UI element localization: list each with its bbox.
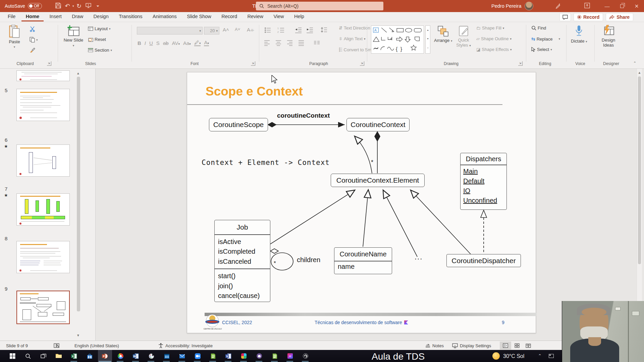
quick-styles-button[interactable]: Quick Styles ▾ [455,25,472,48]
slide-thumbnail-7[interactable] [16,193,70,226]
section-button[interactable]: Section▾ [88,48,112,53]
tab-file[interactable]: File [3,12,20,20]
weather-text[interactable]: 30°C Sol [503,353,524,359]
chrome-icon[interactable] [116,352,125,360]
task-view-icon[interactable] [39,352,48,360]
notepad-green-2-icon[interactable] [270,352,279,360]
shape-effects-button[interactable]: ◪Shape Effects▾ [476,47,512,52]
spell-check-icon[interactable] [54,341,59,350]
paint-3d-icon[interactable] [147,352,156,360]
replace-button[interactable]: ⇆Replace▾ [531,36,560,42]
weather-sun-icon[interactable] [492,352,500,360]
autosave-control[interactable]: AutoSave Off [5,0,42,12]
paragraph-row2-icons[interactable] [264,40,335,46]
decrease-font-button[interactable]: A˅ [235,27,240,32]
intellij-idea-icon[interactable]: IJ [286,352,294,360]
zoom-icon[interactable] [193,352,202,360]
thumbnails-scroll-down[interactable]: ▼ [76,334,80,337]
editor-scrollbar[interactable]: ▲ [637,69,642,341]
editor-scroll-up[interactable]: ▲ [637,69,642,74]
github-desktop-icon[interactable] [255,352,264,360]
slide-thumbnail-9-selected[interactable] [16,291,70,324]
accessibility-status[interactable]: Accessibility: Investigate [158,341,213,350]
thumbnails-scroll-up[interactable]: ▲ [76,71,80,75]
slide-thumbnail-5[interactable] [16,89,70,121]
visio-icon[interactable]: V [224,352,233,360]
find-button[interactable]: Find [531,25,546,31]
start-presentation-button[interactable] [84,3,93,9]
save-button[interactable] [54,3,62,10]
tab-view[interactable]: View [269,12,288,20]
tray-expand-chevron[interactable]: ⌃ [538,353,542,358]
word-icon[interactable]: W [131,352,140,360]
dictate-button[interactable]: Dictate ▾ [571,25,587,44]
autosave-toggle[interactable]: Off [28,3,42,9]
underline-button[interactable]: U [149,40,153,46]
font-name-select[interactable]: ▾ [137,27,203,35]
obs-studio-icon[interactable] [301,352,310,360]
tab-transitions[interactable]: Transitions [114,12,147,20]
customize-qat-button[interactable]: ⏷ [94,4,102,8]
bold-button[interactable]: B [138,40,141,46]
ribbon-display-options-icon[interactable] [584,3,590,9]
calendar-icon[interactable] [162,352,171,360]
change-case-button[interactable]: Aa▾ [183,40,191,46]
arrange-button[interactable]: Arrange ▾ [434,25,452,43]
cut-button[interactable] [30,26,35,32]
restore-button[interactable] [614,0,629,12]
slide-sorter-view-button[interactable] [511,342,523,350]
text-highlight-button[interactable]: 🖉▾ [194,40,201,46]
font-size-select[interactable]: 20▾ [204,27,219,35]
strikethrough-button[interactable]: ab [163,40,169,46]
italic-button[interactable]: I [145,40,146,46]
tab-slide-show[interactable]: Slide Show [182,12,216,20]
minimize-button[interactable]: — [600,0,614,12]
redo-button[interactable]: ↻ [75,2,84,10]
avatar[interactable] [525,2,533,10]
excel-icon[interactable]: X [70,352,78,360]
drawing-dialog-launcher[interactable]: ⇲ [518,61,523,66]
paragraph-row1-icons[interactable]: 12 [264,27,335,34]
shadow-button[interactable]: S [156,40,160,46]
select-button[interactable]: Select▾ [531,47,552,52]
search-box[interactable]: Search (Alt+Q) [256,2,383,10]
undo-dropdown[interactable]: ▾ [72,4,74,8]
slide-thumbnail-6[interactable] [16,144,70,177]
start-button[interactable] [8,352,17,360]
thumbnails-scrollbar[interactable] [77,77,80,311]
dispatcher-item-io[interactable]: IO [463,186,504,196]
uml-class-job[interactable]: Job isActive isCompleted isCanceled star… [214,220,270,302]
slide-thumbnail-8[interactable] [16,241,70,273]
slack-icon[interactable] [239,352,248,360]
align-text-button[interactable]: ⇳Align Text▾ [339,36,366,41]
normal-view-button[interactable] [500,342,511,350]
font-color-button[interactable]: A▾ [204,40,209,46]
tab-insert[interactable]: Insert [45,12,66,20]
paste-button[interactable]: Paste▾ [9,25,20,49]
powerpoint-icon[interactable]: P [101,352,109,360]
copy-button[interactable]: ▾ [30,37,38,43]
text-direction-button[interactable]: ⇵Text Direction▾ [339,25,373,31]
layout-button[interactable]: Layout▾ [88,26,111,31]
dispatcher-item-main[interactable]: Main [463,167,504,176]
paragraph-dialog-launcher[interactable]: ⇲ [360,61,364,66]
clipboard-dialog-launcher[interactable]: ⇲ [47,61,51,66]
increase-font-button[interactable]: A˄ [223,27,229,33]
notes-button[interactable]: Notes [425,341,444,350]
file-explorer-icon[interactable] [54,352,63,360]
display-settings-button[interactable]: Display Settings [452,341,491,350]
tab-help[interactable]: Help [290,12,309,20]
language-indicator[interactable]: English (United States) [74,341,119,350]
shape-fill-button[interactable]: 🗀Shape Fill▾ [476,25,504,31]
close-button[interactable]: × [629,0,644,12]
design-ideas-button[interactable]: Design Ideas [599,25,618,48]
notepad-green-icon[interactable] [209,352,217,360]
uml-class-coroutinedispatcher[interactable]: CoroutineDispatcher [446,254,521,267]
microsoft-store-icon[interactable] [85,352,94,360]
character-spacing-button[interactable]: AV▾ [172,40,180,46]
dispatcher-item-unconfined[interactable]: Unconfined [463,196,504,205]
collapse-ribbon-button[interactable]: ⌃ [633,61,636,65]
comments-button[interactable] [559,13,571,21]
clear-formatting-button[interactable]: A⌯ [247,27,254,33]
dispatcher-item-default[interactable]: Default [463,176,504,186]
